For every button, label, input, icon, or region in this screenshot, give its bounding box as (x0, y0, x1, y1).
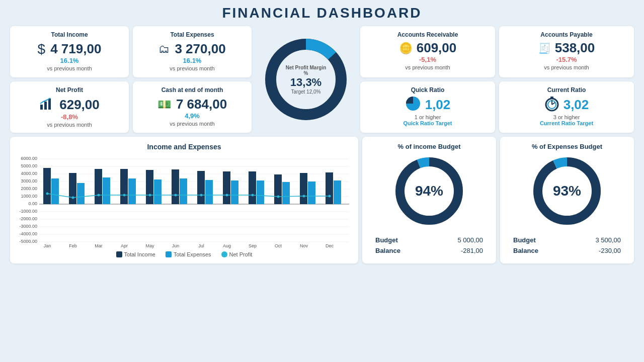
budget-income-balance-value: -281,00 (461, 247, 483, 254)
net-profit-margin-center: Net Profit Margin % 13,3% Target 12,0% (283, 65, 329, 95)
budget-income-pct: 94% (415, 183, 443, 199)
svg-rect-63 (274, 174, 282, 204)
kpi-total-expenses-label: Total Expenses (170, 31, 214, 38)
svg-text:3000.00: 3000.00 (21, 178, 37, 184)
svg-text:Apr: Apr (121, 243, 128, 248)
income-expenses-chart-card: Income and Expenses 6000.00 5000.00 4000… (10, 137, 358, 263)
svg-rect-58 (231, 180, 238, 204)
svg-point-77 (175, 194, 177, 197)
budget-income-donut: 94% (391, 153, 467, 229)
svg-rect-51 (172, 169, 179, 204)
kpi-cash-end-month-value: 7 684,00 (176, 97, 227, 112)
donut-target: Target 12,0% (283, 89, 329, 95)
svg-text:-5000.00: -5000.00 (19, 239, 37, 244)
pie-icon (405, 96, 421, 114)
svg-point-81 (277, 196, 280, 198)
net-profit-margin-donut-container: Net Profit Margin % 13,3% Target 12,0% (256, 26, 356, 133)
bar-chart-area: 6000.00 5000.00 4000.00 3000.00 2000.00 … (18, 154, 350, 249)
wallet-icon: 🗂 (158, 44, 170, 55)
kpi-accounts-receivable-change: -5,1% (419, 56, 436, 63)
legend-income-label: Total Income (124, 251, 155, 257)
kpi-total-expenses: Total Expenses 🗂 3 270,00 16.1% vs previ… (133, 26, 252, 77)
kpi-current-ratio-target-num: 3 or higher (553, 114, 580, 120)
legend-income-dot (116, 251, 122, 257)
cash-icon: 💵 (157, 99, 171, 110)
receipt-icon: 🧾 (538, 43, 551, 53)
svg-point-82 (303, 195, 305, 198)
kpi-total-expenses-value: 3 270,00 (175, 41, 225, 57)
budget-expenses-donut: 93% (529, 153, 605, 229)
svg-point-75 (123, 194, 126, 197)
svg-rect-36 (43, 168, 51, 204)
kpi-accounts-receivable-vs: vs previous month (405, 64, 450, 70)
svg-rect-69 (326, 172, 333, 204)
kpi-net-profit-label: Net Profit (56, 86, 83, 94)
svg-point-73 (72, 197, 74, 199)
svg-point-78 (200, 194, 203, 197)
budget-income-card: % of income Budget 94% Budget 5 000,00 (362, 137, 496, 263)
kpi-accounts-payable: Accounts Payable 🧾 538,00 -15.7% vs prev… (499, 26, 634, 77)
page-title: FINANCIAL DASHBOARD (10, 5, 634, 21)
donut-value: 13,3% (283, 76, 329, 89)
kpi-cash-end-month: Cash at end of month 💵 7 684,00 4,9% vs … (133, 81, 252, 133)
svg-text:4000.00: 4000.00 (21, 171, 37, 176)
svg-rect-1 (44, 102, 47, 110)
budget-income-balance-label: Balance (375, 247, 400, 254)
svg-rect-57 (223, 171, 230, 204)
kpi-net-profit-vs: vs previous month (47, 122, 92, 128)
kpi-accounts-payable-vs: vs previous month (544, 64, 589, 70)
legend-net-profit: Net Profit (221, 251, 253, 257)
svg-point-74 (98, 194, 100, 197)
kpi-total-income: Total Income $ 4 719,00 16.1% vs previou… (10, 26, 129, 77)
svg-text:-4000.00: -4000.00 (19, 231, 37, 236)
svg-rect-2 (48, 99, 51, 110)
legend-expenses: Total Expenses (166, 251, 211, 257)
budget-expenses-balance-label: Balance (513, 247, 538, 254)
kpi-accounts-payable-label: Accounts Payable (540, 31, 592, 38)
svg-rect-55 (205, 180, 213, 204)
budget-income-budget-value: 5 000,00 (457, 236, 483, 244)
svg-rect-39 (69, 173, 76, 204)
chart-legend: Total Income Total Expenses Net Profit (18, 251, 350, 257)
kpi-accounts-receivable: Accounts Receivable 🪙 609,00 -5,1% vs pr… (360, 26, 495, 77)
dollar-icon: $ (38, 42, 46, 56)
svg-text:Dec: Dec (326, 243, 334, 248)
legend-net-profit-dot (221, 251, 227, 257)
svg-text:Sep: Sep (249, 243, 257, 248)
budget-income-title: % of income Budget (398, 143, 461, 150)
kpi-total-income-vs: vs previous month (47, 65, 92, 71)
svg-text:Jun: Jun (172, 243, 180, 248)
svg-text:-2000.00: -2000.00 (19, 216, 37, 221)
kpi-current-ratio-target-label: Current Ratio Target (540, 120, 593, 126)
svg-rect-60 (249, 171, 256, 204)
svg-rect-42 (95, 169, 102, 204)
svg-rect-43 (103, 177, 110, 204)
legend-expenses-label: Total Expenses (174, 251, 211, 257)
svg-rect-54 (197, 171, 205, 204)
svg-point-80 (252, 194, 254, 197)
budget-income-budget-row: Budget 5 000,00 (370, 235, 488, 245)
svg-rect-45 (120, 169, 128, 204)
budget-expenses-balance-value: -230,00 (599, 247, 621, 254)
budget-expenses-balance-row: Balance -230,00 (508, 245, 626, 256)
svg-rect-61 (257, 180, 264, 204)
chart-title: Income and Expenses (18, 143, 350, 151)
svg-point-79 (226, 194, 228, 197)
chart-bar-icon (39, 97, 54, 113)
kpi-quick-ratio: Quick Ratio 1,02 1 or higher Quick Ratio… (360, 81, 495, 133)
svg-rect-70 (334, 180, 341, 204)
svg-rect-67 (308, 182, 315, 204)
budget-expenses-pct: 93% (553, 183, 581, 199)
svg-text:Oct: Oct (275, 243, 282, 248)
kpi-total-income-value: 4 719,00 (50, 41, 101, 57)
svg-point-83 (329, 195, 331, 198)
kpi-accounts-payable-value: 538,00 (555, 40, 595, 56)
svg-text:Feb: Feb (69, 243, 77, 248)
kpi-cash-end-month-vs: vs previous month (170, 121, 214, 127)
kpi-cash-end-month-label: Cash at end of month (162, 86, 223, 94)
svg-text:Jul: Jul (198, 243, 204, 248)
budget-expenses-budget-label: Budget (513, 236, 536, 244)
svg-text:5000.00: 5000.00 (21, 163, 37, 168)
svg-rect-48 (146, 170, 153, 204)
svg-text:6000.00: 6000.00 (21, 156, 37, 161)
